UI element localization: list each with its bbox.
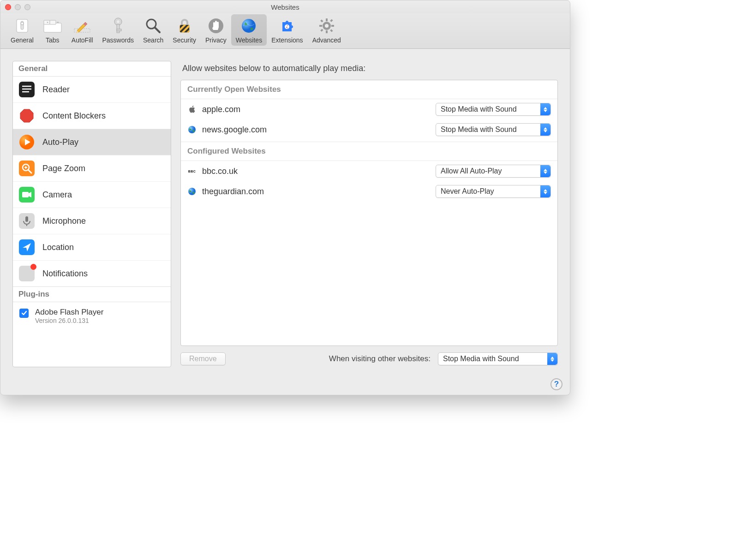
tab-search[interactable]: Search xyxy=(138,14,168,46)
reader-icon xyxy=(18,81,35,98)
svg-rect-24 xyxy=(326,18,328,21)
plugin-info: Adobe Flash Player Version 26.0.0.131 xyxy=(35,308,103,324)
svg-rect-40 xyxy=(19,161,35,176)
other-websites-label: When visiting other websites: xyxy=(329,354,431,363)
select-value: Stop Media with Sound xyxy=(436,125,540,134)
lock-icon xyxy=(175,16,194,36)
site-domain: news.google.com xyxy=(202,125,430,135)
svg-rect-29 xyxy=(330,29,333,32)
svg-point-32 xyxy=(325,24,329,28)
sidebar-item-label: Location xyxy=(42,243,74,252)
sidebar-item-label: Reader xyxy=(42,85,70,95)
svg-point-21 xyxy=(242,19,256,33)
svg-text:×: × xyxy=(47,21,48,24)
apple-favicon-icon xyxy=(187,105,197,114)
sidebar-item-label: Microphone xyxy=(42,216,86,226)
content-area: General Reader Content Blockers Auto-Pla… xyxy=(0,49,570,376)
plugin-checkbox[interactable] xyxy=(19,309,29,318)
stop-sign-icon xyxy=(18,107,35,124)
svg-rect-49 xyxy=(25,216,28,222)
close-window-button[interactable] xyxy=(5,4,11,10)
sidebar-item-reader[interactable]: Reader xyxy=(13,77,171,103)
site-domain: apple.com xyxy=(202,105,430,114)
sidebar-item-camera[interactable]: Camera xyxy=(13,182,171,208)
remove-button-label: Remove xyxy=(189,355,217,363)
tab-security[interactable]: Security xyxy=(168,14,201,46)
sidebar-item-label: Camera xyxy=(42,190,72,200)
group-open-header: Currently Open Websites xyxy=(181,80,557,99)
sidebar-item-microphone[interactable]: Microphone xyxy=(13,208,171,234)
svg-marker-37 xyxy=(20,109,33,122)
tab-autofill-label: AutoFill xyxy=(72,36,93,44)
preferences-toolbar: General ×+ Tabs AutoFill Passwords Searc… xyxy=(0,13,570,49)
svg-text:+: + xyxy=(57,20,59,24)
site-row-apple[interactable]: apple.com Stop Media with Sound xyxy=(181,99,557,119)
tab-advanced[interactable]: Advanced xyxy=(308,14,346,46)
microphone-icon xyxy=(18,213,35,229)
svg-line-15 xyxy=(155,28,160,32)
websites-list: Currently Open Websites apple.com Stop M… xyxy=(180,80,558,346)
key-icon xyxy=(108,16,128,36)
sidebar-item-label: Auto-Play xyxy=(42,137,78,147)
sidebar-item-location[interactable]: Location xyxy=(13,234,171,261)
tab-privacy[interactable]: Privacy xyxy=(201,14,231,46)
tab-advanced-label: Advanced xyxy=(312,36,341,44)
select-value: Never Auto-Play xyxy=(436,187,540,196)
select-value: Stop Media with Sound xyxy=(436,105,540,113)
sidebar-item-content-blockers[interactable]: Content Blockers xyxy=(13,103,171,129)
main-panel: Allow websites below to automatically pl… xyxy=(180,61,558,367)
footer-row: Remove When visiting other websites: Sto… xyxy=(180,346,558,367)
zoom-icon xyxy=(18,160,35,177)
tab-extensions[interactable]: Extensions xyxy=(267,14,307,46)
site-domain: theguardian.com xyxy=(202,187,430,197)
select-value: Allow All Auto-Play xyxy=(436,167,540,175)
tabs-icon: ×+ xyxy=(43,16,62,36)
site-domain: bbc.co.uk xyxy=(202,167,430,176)
tab-websites-label: Websites xyxy=(236,36,262,44)
chevron-updown-icon xyxy=(540,185,550,197)
main-heading: Allow websites below to automatically pl… xyxy=(180,61,558,80)
hand-icon xyxy=(206,16,226,36)
svg-rect-12 xyxy=(117,24,120,33)
tab-security-label: Security xyxy=(173,36,196,44)
plugin-version: Version 26.0.0.131 xyxy=(35,317,103,324)
sidebar-item-page-zoom[interactable]: Page Zoom xyxy=(13,155,171,182)
svg-rect-25 xyxy=(326,30,328,33)
site-setting-select[interactable]: Allow All Auto-Play xyxy=(436,165,551,178)
sidebar-section-general: General xyxy=(13,61,171,77)
site-row-google-news[interactable]: news.google.com Stop Media with Sound xyxy=(181,119,557,142)
svg-point-11 xyxy=(117,20,120,23)
svg-rect-13 xyxy=(117,29,121,31)
minimize-window-button[interactable] xyxy=(15,4,21,10)
remove-button[interactable]: Remove xyxy=(180,352,226,365)
help-icon: ? xyxy=(554,380,559,389)
globe-favicon-icon xyxy=(187,187,197,196)
plugin-row-flash[interactable]: Adobe Flash Player Version 26.0.0.131 xyxy=(13,302,171,330)
tab-general[interactable]: General xyxy=(6,14,38,46)
site-setting-select[interactable]: Never Auto-Play xyxy=(436,185,551,198)
switch-icon xyxy=(12,16,32,36)
tab-autofill[interactable]: AutoFill xyxy=(67,14,98,46)
globe-icon xyxy=(239,16,258,36)
other-websites-select[interactable]: Stop Media with Sound xyxy=(438,352,558,365)
sidebar-item-notifications[interactable]: Notifications xyxy=(13,261,171,287)
site-row-guardian[interactable]: theguardian.com Never Auto-Play xyxy=(181,181,557,202)
bbc-favicon-icon: BBC xyxy=(187,167,197,176)
sidebar-item-auto-play[interactable]: Auto-Play xyxy=(13,129,171,155)
svg-rect-26 xyxy=(319,25,322,27)
zoom-window-button[interactable] xyxy=(24,4,30,10)
svg-rect-31 xyxy=(320,29,323,31)
tab-privacy-label: Privacy xyxy=(205,36,227,44)
svg-rect-5 xyxy=(50,20,56,24)
tab-websites[interactable]: Websites xyxy=(231,14,267,46)
site-setting-select[interactable]: Stop Media with Sound xyxy=(436,123,551,136)
chevron-updown-icon xyxy=(540,165,550,177)
site-setting-select[interactable]: Stop Media with Sound xyxy=(436,103,551,116)
site-row-bbc[interactable]: BBC bbc.co.uk Allow All Auto-Play xyxy=(181,161,557,181)
tab-search-label: Search xyxy=(143,36,163,44)
location-icon xyxy=(18,239,35,256)
tab-passwords[interactable]: Passwords xyxy=(98,14,138,46)
notifications-icon xyxy=(18,265,35,282)
help-button[interactable]: ? xyxy=(550,378,562,390)
tab-tabs[interactable]: ×+ Tabs xyxy=(38,14,67,46)
